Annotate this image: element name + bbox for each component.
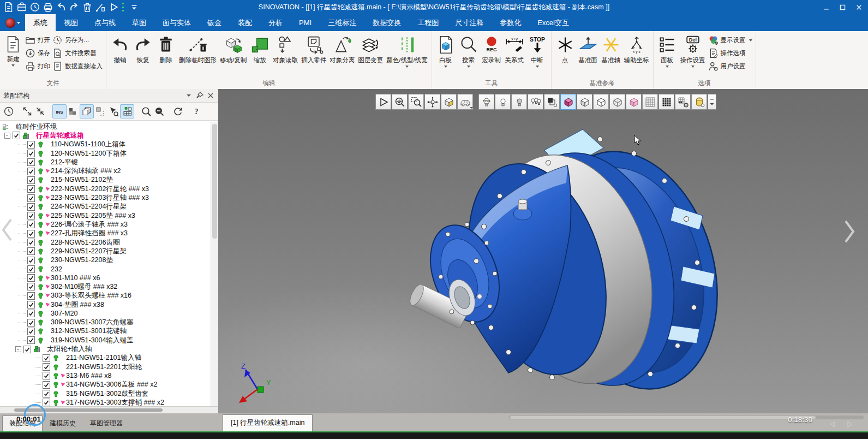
tree-row[interactable]: 232 [0, 265, 218, 274]
tree-row[interactable]: 227-孔用弹性挡圈 ### x3 [0, 229, 218, 238]
material-light-button[interactable] [691, 94, 707, 110]
tree-row[interactable]: 211-NGW51-2101输入轴 [0, 354, 218, 363]
grid-settings-button[interactable] [675, 94, 691, 110]
open-button[interactable]: 打开 [24, 34, 51, 46]
delete-temp-graphics-button[interactable]: 删除临时图形 [177, 33, 218, 65]
user-settings-button[interactable]: 用户设置 [707, 61, 753, 72]
menu-tab-尺寸注释[interactable]: 尺寸注释 [447, 14, 492, 31]
tree-checkbox[interactable] [27, 221, 35, 228]
tree-checkbox[interactable] [27, 150, 35, 157]
file-searcher-button[interactable]: 文件搜索器 [51, 48, 104, 59]
zoom-extents-button[interactable] [392, 94, 408, 110]
redo-button[interactable]: 恢复 [131, 33, 154, 65]
tree-checkbox[interactable] [27, 292, 35, 300]
prev-page-chevron[interactable] [1, 217, 13, 242]
tree-vertical-scrollbar[interactable] [211, 122, 218, 407]
tree-checkbox[interactable] [27, 247, 35, 255]
blocks-button[interactable] [67, 105, 80, 118]
grid-fine-button[interactable] [642, 94, 658, 110]
tree-row[interactable]: 太阳轮+输入轴 [0, 345, 218, 353]
save-button[interactable]: 保存 [24, 48, 51, 59]
menu-tab-三维标注[interactable]: 三维标注 [320, 14, 364, 31]
ground-shadow-button[interactable] [544, 94, 560, 110]
pan-button[interactable] [424, 94, 440, 110]
chevron-down-icon[interactable] [184, 91, 193, 100]
tree-row[interactable]: 221-NGW51-2201太阳轮 [0, 363, 218, 371]
light-type-button[interactable]: TYPE [478, 94, 494, 110]
search-button[interactable]: 搜索 [457, 33, 480, 69]
expand-all-button[interactable] [21, 105, 34, 118]
view-cube-button[interactable] [441, 94, 457, 110]
tree-row[interactable]: 309-NGW51-3007六角螺塞 [0, 318, 218, 327]
tree-checkbox[interactable] [43, 399, 50, 406]
menu-tab-参数化[interactable]: 参数化 [492, 14, 529, 31]
tree-row[interactable]: 临时作业环境 [0, 122, 218, 131]
help-tree-button[interactable]: ? [190, 105, 203, 118]
tree-row[interactable]: 110-NGW51-1100上箱体 [0, 140, 218, 149]
insert-mode-button[interactable]: INS [52, 104, 67, 118]
menu-tab-面与实体[interactable]: 面与实体 [154, 14, 199, 31]
menu-tab-Excel交互[interactable]: Excel交互 [529, 14, 577, 31]
pin-icon[interactable] [195, 91, 204, 100]
point-button[interactable]: 点 [554, 33, 577, 65]
tree-row[interactable]: 行星齿轮减速箱 [0, 131, 218, 140]
gearbox-model[interactable] [218, 89, 868, 413]
menu-tab-钣金[interactable]: 钣金 [199, 14, 230, 31]
tree-row[interactable]: 304-垫圈 ### x38 [0, 300, 218, 309]
select-parts-button[interactable] [94, 105, 107, 118]
grid-dense-button[interactable] [659, 94, 674, 110]
tree-checkbox[interactable] [27, 328, 35, 335]
print-button[interactable] [43, 2, 53, 13]
tree-checkbox[interactable] [27, 319, 35, 327]
tree-row[interactable]: 301-M10 ### x6 [0, 274, 218, 282]
menu-tab-装配[interactable]: 装配 [230, 14, 260, 31]
tree-checkbox[interactable] [27, 301, 35, 309]
tree-row[interactable]: 303-等长双头螺柱 ### x16 [0, 292, 218, 300]
shade-solid-button[interactable] [560, 94, 576, 110]
layer-display-button[interactable] [80, 104, 94, 118]
more-button[interactable] [708, 94, 716, 110]
customize-button[interactable] [129, 2, 140, 13]
close-button[interactable] [851, 0, 867, 14]
tree-checkbox[interactable] [27, 158, 35, 166]
3d-viewport[interactable]: TYPE Z Y [218, 89, 868, 413]
save-as-button[interactable]: 另存为... [51, 34, 104, 46]
redo-button[interactable] [69, 2, 80, 13]
zoom-in-tree-button[interactable] [140, 105, 153, 118]
tree-row[interactable]: 315-NGW51-3002鼓型齿套 [0, 389, 218, 398]
move-copy-button[interactable]: 移动/复制 [218, 33, 248, 65]
undo-button[interactable] [56, 2, 67, 13]
menu-tab-分析[interactable]: 分析 [260, 14, 291, 31]
aux-coordinate-button[interactable]: x y z 辅助坐标 [622, 33, 651, 65]
run-sim-button[interactable] [375, 94, 391, 110]
tree-checkbox[interactable] [27, 185, 35, 193]
wireframe-button[interactable] [609, 94, 625, 110]
recent-button[interactable] [29, 2, 40, 13]
object-separate-button[interactable]: 对象分离 [328, 33, 356, 65]
next-page-chevron[interactable] [843, 219, 855, 244]
layer-change-button[interactable]: 图层变更 [356, 33, 385, 65]
tree-row[interactable]: 212-平键 [0, 158, 218, 167]
tree-checkbox[interactable] [43, 381, 50, 389]
pick-search-button[interactable] [107, 105, 120, 118]
delete-button[interactable]: 删除 [154, 33, 177, 65]
zoom-window-button[interactable] [408, 94, 424, 110]
shade-translucent-button[interactable] [626, 94, 642, 110]
tree-expander-icon[interactable] [4, 133, 10, 139]
whiteboard-button[interactable]: 白板 [434, 33, 457, 69]
tree-row[interactable]: 230-NGW51-2208垫 [0, 256, 218, 264]
datum-axis-button[interactable]: 基准轴 [600, 33, 622, 65]
menu-tab-PMI[interactable]: PMI [291, 14, 320, 31]
tree-row[interactable]: 224-NGW51-2204行星架 [0, 203, 218, 211]
menu-tab-数据交换[interactable]: 数据交换 [364, 14, 409, 31]
color-linetype-button[interactable]: 颜色/线型/线宽 [385, 33, 429, 69]
tree-checkbox[interactable] [27, 239, 35, 246]
tree-checkbox[interactable] [13, 132, 20, 139]
tree-checkbox[interactable] [27, 141, 35, 149]
new-document-button[interactable] [3, 2, 14, 13]
zoom-out-tree-button[interactable] [153, 105, 166, 118]
tree-checkbox[interactable] [43, 354, 50, 362]
tree-row[interactable]: 313-M6 ### x8 [0, 371, 218, 380]
tree-checkbox[interactable] [43, 390, 50, 398]
menu-tab-视图[interactable]: 视图 [56, 14, 86, 31]
